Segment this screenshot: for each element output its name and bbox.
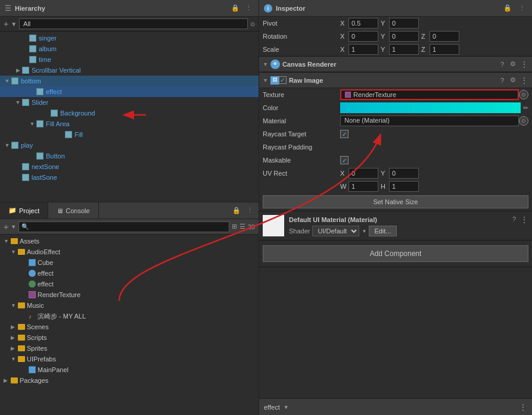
scale-x-input[interactable] [349,44,378,55]
raw-image-help-icon[interactable]: ? [499,76,506,85]
tree-fold-arrow[interactable]: ▼ [29,121,36,127]
rotation-x-input[interactable] [349,31,378,42]
raw-image-enabled-checkbox[interactable]: ✓ [279,76,287,84]
project-add-btn[interactable]: + [4,222,8,232]
hierarchy-menu-icon[interactable]: ⋮ [244,4,254,13]
uv-y-input[interactable] [389,168,419,179]
project-item-audioeffect[interactable]: ▼ AudioEffect [0,246,259,257]
cube-icon [29,55,37,64]
project-grid-icon[interactable]: ⊞ [232,223,237,230]
hierarchy-item-fill-area[interactable]: ▼ Fill Area [0,118,259,129]
hierarchy-item-bottom[interactable]: ▼ bottom [0,76,259,86]
assets-label: Assets [20,238,39,245]
texture-label: Texture [263,91,340,98]
project-item-song[interactable]: ♪ 滨崎步 - MY ALL [0,311,259,322]
project-filter-icon[interactable]: ☰ [239,223,245,230]
hierarchy-item-lastsone[interactable]: lastSone [0,172,259,183]
raw-image-fold-arrow[interactable]: ▼ [263,77,268,83]
pivot-row: Pivot X Y [259,17,532,30]
hierarchy-item-slider[interactable]: ▼ Slider [0,97,259,108]
hierarchy-item-nextsone[interactable]: nextSone [0,161,259,172]
scale-y-input[interactable] [389,44,419,55]
canvas-renderer-header[interactable]: ▼ 👁 Canvas Renderer ? ⚙ ⋮ [259,57,532,72]
project-item-effect1[interactable]: effect [0,268,259,279]
project-lock-icon[interactable]: 🔒 [231,206,242,215]
hierarchy-item-singer[interactable]: singer [0,33,259,43]
material-help-icon[interactable]: ? [511,215,518,224]
edit-btn[interactable]: Edit... [369,226,396,236]
raw-image-title: Raw Image [289,77,499,84]
hierarchy-item-album[interactable]: album [0,43,259,54]
footer-kebab-icon[interactable]: ⋮ [519,402,527,412]
project-item-rendertexture[interactable]: RenderTexture [0,289,259,300]
add-component-btn[interactable]: Add Component [263,245,528,262]
material-kebab-icon[interactable]: ⋮ [520,215,528,224]
project-item-effect2[interactable]: effect [0,279,259,289]
project-item-music[interactable]: ▼ Music [0,300,259,311]
raw-image-settings-icon[interactable]: ⚙ [508,76,518,85]
project-item-scripts[interactable]: ▶ Scripts [0,332,259,343]
raw-image-kebab-icon[interactable]: ⋮ [520,76,528,85]
inspector-lock-icon[interactable]: 🔒 [502,4,514,13]
hierarchy-search-icon: ⊙ [250,21,255,27]
color-swatch[interactable] [340,102,521,113]
inspector-menu-icon[interactable]: ⋮ [517,4,527,13]
canvas-renderer-title: Canvas Renderer [282,61,499,68]
canvas-renderer-kebab-icon[interactable]: ⋮ [520,60,528,69]
set-native-size-btn[interactable]: Set Native Size [263,195,528,208]
raycast-target-checkbox[interactable]: ✓ [340,130,349,138]
shader-select[interactable]: UI/Default [312,226,359,236]
project-tree: ▼ Assets ▼ AudioEffect Cube [0,235,259,415]
scale-z-input[interactable] [430,44,459,55]
canvas-renderer-settings-icon[interactable]: ⚙ [508,60,518,68]
project-add-arrow[interactable]: ▼ [11,224,16,230]
material-pick-btn[interactable]: ⊙ [519,116,528,126]
hierarchy-item-fill[interactable]: Fill [0,129,259,140]
uv-w-input[interactable] [349,181,378,192]
project-item-scenes[interactable]: ▶ Scenes [0,322,259,332]
uv-h-input[interactable] [389,181,419,192]
add-hierarchy-btn[interactable]: + [4,19,8,29]
tree-fold-arrow[interactable]: ▼ [4,142,11,148]
project-menu-icon[interactable]: ⋮ [245,206,255,215]
pivot-x-input[interactable] [349,18,378,29]
pivot-y-input[interactable] [389,18,419,29]
hierarchy-item-background[interactable]: Background [0,108,259,118]
cube-icon [36,120,44,128]
project-item-assets[interactable]: ▼ Assets [0,236,259,246]
texture-pick-btn[interactable]: ⊙ [519,90,528,99]
uv-x-input[interactable] [349,168,378,179]
material-field[interactable]: None (Material) [340,116,519,126]
folder-icon [18,356,25,362]
raw-image-header[interactable]: ▼ 🖼 ✓ Raw Image ? ⚙ ⋮ [259,73,532,88]
color-pick-icon[interactable]: ✏ [523,104,528,112]
project-item-cube[interactable]: Cube [0,257,259,268]
rotation-z-input[interactable] [430,31,459,42]
canvas-renderer-fold-arrow[interactable]: ▼ [263,61,268,67]
project-search-input[interactable] [29,223,226,230]
hierarchy-item-effect[interactable]: effect [0,86,259,97]
rotation-label: Rotation [263,33,340,40]
hierarchy-item-play[interactable]: ▼ play [0,140,259,151]
rotation-x-label: X [340,33,346,40]
project-item-sprites[interactable]: ▶ Sprites [0,343,259,354]
material-row: Material None (Material) ⊙ [259,114,532,127]
scripts-label: Scripts [27,334,47,341]
footer-dropdown-arrow[interactable]: ▼ [284,404,289,410]
canvas-renderer-help-icon[interactable]: ? [499,60,506,68]
hierarchy-search-input[interactable] [19,18,248,29]
rotation-y-input[interactable] [389,31,419,42]
hierarchy-item-scrollbar-vertical[interactable]: ▶ Scrollbar Vertical [0,65,259,76]
hierarchy-item-time[interactable]: time [0,54,259,65]
maskable-checkbox[interactable]: ✓ [340,156,349,164]
tab-project[interactable]: 📁 Project [0,202,48,219]
hierarchy-item-button[interactable]: Button [0,151,259,161]
project-item-packages[interactable]: ▶ Packages [0,375,259,386]
hierarchy-lock-icon[interactable]: 🔒 [229,4,241,13]
tree-fold-arrow[interactable]: ▼ [14,99,21,105]
project-item-uiprefabs[interactable]: ▼ UIPrefabs [0,354,259,364]
texture-field[interactable]: RenderTexture [340,89,519,100]
tree-fold-arrow[interactable]: ▼ [4,78,11,84]
project-item-mainpanel[interactable]: MainPanel [0,364,259,375]
tab-console[interactable]: 🖥 Console [48,202,98,219]
